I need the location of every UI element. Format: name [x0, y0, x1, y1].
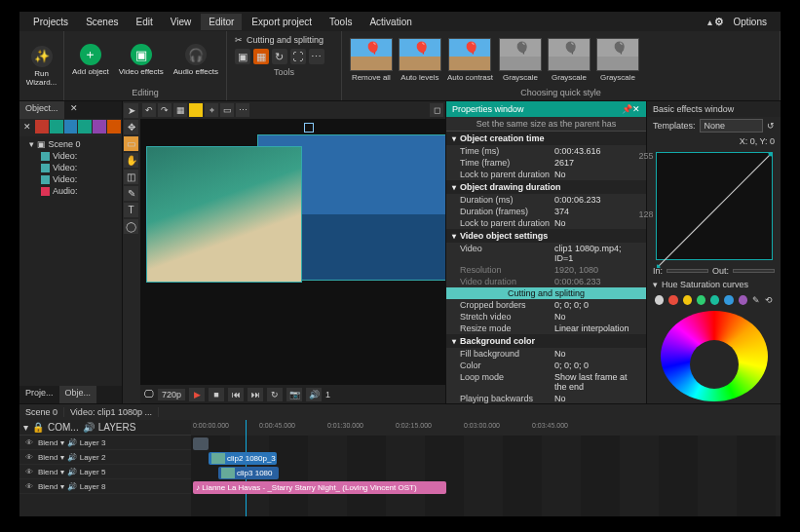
objects-tab[interactable]: Object... — [19, 101, 64, 119]
add-object-button[interactable]: ＋Add object — [68, 42, 113, 78]
snapshot-icon[interactable]: 📷 — [286, 388, 302, 401]
next-frame-icon[interactable]: ⏭ — [248, 388, 263, 401]
v-dur-fr[interactable]: 374 — [554, 207, 640, 216]
pin-icon[interactable]: 📌 — [622, 104, 632, 114]
crop-icon[interactable]: ◫ — [124, 170, 138, 184]
obj-tool-4[interactable] — [78, 120, 92, 133]
obj-tool-5[interactable] — [93, 120, 106, 133]
color-wheel[interactable] — [661, 311, 768, 401]
eye-icon[interactable]: 👁 — [23, 453, 35, 462]
v-crop[interactable]: 0; 0; 0; 0 — [554, 300, 640, 310]
v-time-ms[interactable]: 0:00:43.616 — [554, 146, 640, 156]
preview-canvas[interactable] — [140, 119, 445, 384]
v-lock1[interactable]: No — [554, 170, 640, 179]
timeline-scene-label[interactable]: Scene 0 — [19, 407, 64, 417]
dot-yellow[interactable] — [683, 295, 692, 305]
dot-magenta[interactable] — [739, 295, 747, 305]
hand-icon[interactable]: ✋ — [124, 153, 138, 168]
properties-hint[interactable]: Set the same size as the parent has — [446, 117, 646, 132]
clip-strip-1[interactable]: clip2 1080p_3 — [209, 452, 277, 465]
reset-hue-icon[interactable]: ⟲ — [765, 295, 773, 305]
objects-tab-close-icon[interactable]: ✕ — [64, 101, 84, 119]
dot-red[interactable] — [668, 295, 677, 305]
track-header-3[interactable]: 👁Blend▾ 🔊Layer 5 — [19, 465, 191, 479]
menu-export[interactable]: Export project — [244, 14, 320, 30]
v-resize[interactable]: Linear interpolation — [554, 323, 640, 333]
clip-strip-2[interactable]: clip3 1080 — [218, 467, 279, 479]
tool-more-icon[interactable]: ⋯ — [309, 49, 324, 64]
sound-icon[interactable]: 🔊 — [83, 422, 95, 433]
track-header-4[interactable]: 👁Blend▾ 🔊Layer 8 — [19, 479, 191, 494]
section-video-settings[interactable]: Video object settings — [446, 229, 646, 243]
video-effects-button[interactable]: ▣Video effects — [115, 42, 168, 78]
options-button[interactable]: Options — [726, 14, 775, 30]
obj-tool-2[interactable] — [50, 120, 63, 133]
track-header-1[interactable]: 👁Blend▾ 🔊Layer 3 — [19, 436, 191, 450]
obj-tool-6[interactable] — [107, 120, 121, 133]
v-loop[interactable]: Show last frame at the end — [554, 372, 640, 392]
dot-green[interactable] — [697, 295, 705, 305]
resolution-dropdown[interactable]: 720p — [158, 389, 185, 400]
brush-icon[interactable]: ✎ — [124, 186, 138, 201]
tool-trim-icon[interactable]: ▣ — [235, 49, 250, 64]
canvas-redo-icon[interactable]: ↷ — [158, 103, 171, 117]
move-icon[interactable]: ✥ — [124, 120, 138, 134]
run-wizard-button[interactable]: ✨Run Wizard... — [23, 44, 59, 89]
canvas-grid-icon[interactable]: ▦ — [173, 103, 187, 117]
style-grayscale-3[interactable]: Grayscale — [596, 38, 639, 82]
v-video[interactable]: clip1 1080p.mp4; ID=1 — [554, 244, 640, 263]
v-dur-ms[interactable]: 0:00:06.233 — [554, 195, 640, 205]
obj-close-icon[interactable]: ✕ — [20, 120, 34, 133]
v-time-fr[interactable]: 2617 — [554, 158, 640, 168]
audio-effects-button[interactable]: 🎧Audio effects — [170, 42, 222, 78]
v-fill[interactable]: No — [554, 349, 640, 359]
band-cutting[interactable]: Cutting and splitting — [446, 287, 646, 299]
in-field[interactable] — [667, 269, 708, 273]
collapse-icon[interactable]: ▾ — [23, 422, 28, 433]
expand-icon[interactable]: ▴ — [707, 17, 712, 27]
lock-icon[interactable]: 🔒 — [32, 422, 44, 433]
loop-icon[interactable]: ↻ — [267, 388, 283, 401]
obj-tool-3[interactable] — [64, 120, 78, 133]
dot-blue[interactable] — [724, 295, 733, 305]
gear-icon[interactable]: ⚙ — [714, 16, 724, 28]
menu-scenes[interactable]: Scenes — [78, 14, 126, 30]
volume-icon[interactable]: 🔊 — [306, 388, 322, 401]
tool-crop-icon[interactable]: ▦ — [253, 49, 269, 64]
style-grayscale-1[interactable]: Grayscale — [499, 38, 542, 82]
shape-icon[interactable]: ◯ — [124, 219, 138, 234]
dot-cyan[interactable] — [710, 295, 719, 305]
reset-icon[interactable]: ↺ — [767, 121, 775, 131]
dot-white[interactable] — [655, 295, 664, 305]
canvas-marker-icon[interactable] — [189, 103, 203, 117]
audio-strip[interactable]: ♪ Lianne La Havas - _Starry Starry Night… — [193, 481, 446, 494]
canvas-sel-icon[interactable]: ▭ — [220, 103, 234, 117]
obj-tool-1[interactable] — [35, 120, 49, 133]
prev-frame-icon[interactable]: ⏮ — [228, 388, 244, 401]
tool-size-icon[interactable]: ⛶ — [290, 49, 306, 64]
templates-dropdown[interactable]: None — [700, 119, 763, 133]
play-icon[interactable]: ▶ — [189, 388, 205, 401]
style-remove-all[interactable]: Remove all — [350, 38, 393, 82]
canvas-undo-icon[interactable]: ↶ — [142, 103, 156, 117]
out-field[interactable] — [733, 269, 775, 273]
bottom-tab-objects[interactable]: Obje... — [59, 386, 97, 403]
pointer-icon[interactable]: ➤ — [124, 103, 138, 118]
clip-strip-0[interactable] — [193, 437, 209, 450]
eye-icon[interactable]: 👁 — [23, 482, 35, 491]
menu-tools[interactable]: Tools — [322, 14, 360, 30]
eye-icon[interactable]: 👁 — [23, 438, 35, 447]
bottom-tab-project[interactable]: Proje... — [19, 386, 59, 403]
menu-view[interactable]: View — [163, 14, 200, 30]
section-creation-time[interactable]: Object creation time — [446, 132, 646, 145]
origin-handle[interactable] — [304, 123, 314, 133]
style-grayscale-2[interactable]: Grayscale — [548, 38, 590, 82]
track-header-2[interactable]: 👁Blend▾ 🔊Layer 2 — [19, 450, 191, 465]
v-color[interactable]: 0; 0; 0; 0 — [554, 361, 640, 370]
curve-editor[interactable]: 255 128 — [656, 152, 773, 260]
close-icon[interactable]: ✕ — [632, 104, 640, 114]
style-auto-levels[interactable]: Auto levels — [399, 38, 441, 82]
canvas-snap-icon[interactable]: ⌖ — [205, 103, 218, 117]
select-icon[interactable]: ▭ — [124, 136, 138, 151]
tool-rotate-icon[interactable]: ↻ — [272, 49, 287, 64]
